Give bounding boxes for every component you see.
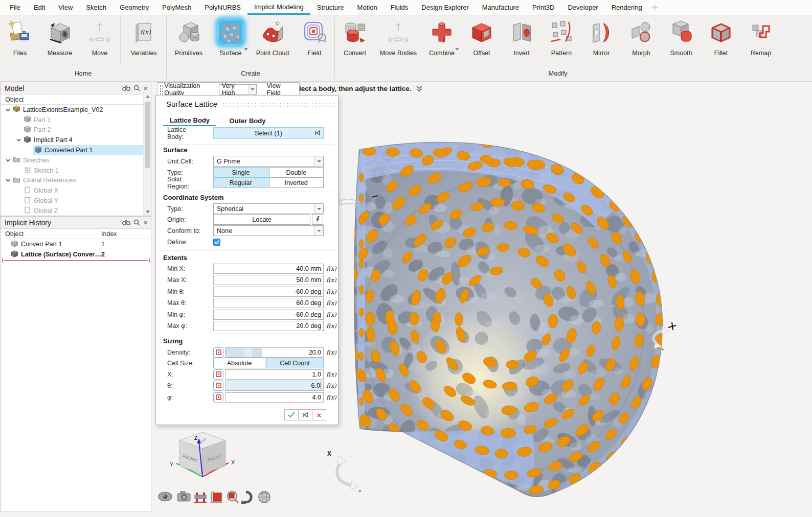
fx-button[interactable]: f(x) bbox=[326, 265, 336, 272]
fx-button[interactable]: f(x) bbox=[326, 349, 336, 356]
history-row-2[interactable]: Lattice (Surface) Conver…2 bbox=[1, 249, 151, 260]
value-input[interactable]: 4.0 bbox=[225, 392, 324, 403]
menu-polynurbs[interactable]: PolyNURBS bbox=[198, 0, 247, 15]
type-double-button[interactable]: Double bbox=[269, 167, 324, 178]
value-input[interactable]: 50.0 mm bbox=[213, 275, 324, 285]
fx-button[interactable]: f(x) bbox=[326, 322, 336, 330]
tree-item-part-1[interactable]: Part 1 bbox=[1, 115, 151, 125]
solid-region-inverted-button[interactable]: Inverted bbox=[269, 177, 324, 188]
ribbon-button-combine[interactable]: Combine bbox=[422, 15, 462, 67]
binoculars-icon[interactable] bbox=[122, 85, 130, 91]
ribbon-button-move[interactable]: Move bbox=[80, 15, 120, 67]
reverse-icon[interactable] bbox=[298, 409, 312, 420]
menu-rendering[interactable]: Rendering bbox=[605, 0, 649, 15]
quality-dropdown[interactable]: Very High bbox=[219, 84, 257, 95]
cancel-button[interactable]: × bbox=[312, 409, 326, 420]
expander-chevron-icon[interactable] bbox=[4, 108, 12, 111]
apply-ok-button[interactable] bbox=[284, 409, 299, 420]
lattice-model[interactable] bbox=[325, 137, 686, 498]
expander-chevron-icon[interactable] bbox=[14, 138, 22, 142]
unit-cell-dropdown[interactable]: G Prime bbox=[213, 156, 324, 167]
cell-size-cell-count-button[interactable]: Cell Count bbox=[266, 358, 324, 368]
expander-chevron-icon[interactable] bbox=[4, 159, 12, 162]
ribbon-button-files[interactable]: Files bbox=[0, 15, 40, 67]
menu-polymesh[interactable]: PolyMesh bbox=[155, 0, 198, 15]
scroll-down-icon[interactable] bbox=[144, 208, 151, 216]
value-input[interactable]: 6.0 bbox=[225, 381, 324, 391]
ribbon-group-label-modify[interactable]: Modify bbox=[335, 67, 781, 81]
ribbon-button-morph[interactable]: Morph bbox=[621, 15, 661, 67]
ribbon-button-fillet[interactable]: Fillet bbox=[701, 15, 741, 67]
ribbon-button-field[interactable]: Field bbox=[295, 15, 334, 67]
fx-button[interactable]: f(x) bbox=[326, 288, 336, 295]
tree-item-global-references[interactable]: Global References bbox=[1, 176, 151, 186]
ribbon-button-convert[interactable]: Convert bbox=[335, 15, 375, 67]
menu-fluids[interactable]: Fluids bbox=[384, 0, 415, 15]
fx-button[interactable]: f(x) bbox=[326, 382, 336, 389]
fx-button[interactable]: f(x) bbox=[326, 299, 336, 307]
ribbon-group-label-create[interactable]: Create bbox=[167, 67, 334, 81]
ribbon-button-mirror[interactable]: Mirror bbox=[581, 15, 621, 67]
density-input[interactable]: 20.0 bbox=[225, 347, 324, 358]
menu-sketch[interactable]: Sketch bbox=[79, 0, 113, 15]
field-button[interactable] bbox=[213, 369, 223, 380]
menu-print3d[interactable]: Print3D bbox=[526, 0, 561, 15]
value-input[interactable]: 1.0 bbox=[225, 369, 324, 380]
rotate-handle-bottom[interactable]: X bbox=[327, 450, 361, 492]
value-input[interactable]: 40.0 mm bbox=[213, 264, 324, 274]
solid-region-regular-button[interactable]: Regular bbox=[213, 177, 268, 188]
fx-button[interactable]: f(x) bbox=[326, 311, 336, 318]
conform-to-dropdown[interactable]: None bbox=[213, 225, 324, 236]
tab-lattice-body[interactable]: Lattice Body bbox=[163, 115, 216, 126]
menu-edit[interactable]: Edit bbox=[27, 0, 52, 15]
double-chevron-down-icon[interactable] bbox=[416, 85, 423, 92]
search-icon[interactable] bbox=[133, 219, 140, 226]
expander-chevron-icon[interactable] bbox=[4, 179, 12, 182]
ribbon-button-measure[interactable]: Measure bbox=[40, 15, 80, 67]
model-tree-scrollbar[interactable] bbox=[143, 92, 151, 216]
show-hide-icon[interactable] bbox=[159, 492, 172, 501]
view-field-button[interactable]: View Field bbox=[261, 82, 299, 97]
menu-view[interactable]: View bbox=[52, 0, 79, 15]
add-tab-icon[interactable]: ✛ bbox=[649, 0, 661, 15]
history-timeline[interactable] bbox=[1, 258, 151, 263]
menu-structure[interactable]: Structure bbox=[310, 0, 351, 15]
value-input[interactable]: 60.0 deg bbox=[213, 298, 324, 308]
ribbon-button-pattern[interactable]: Pattern bbox=[542, 15, 581, 67]
history-row-1[interactable]: Convert Part 11 bbox=[1, 239, 151, 249]
sketch-mode-icon[interactable] bbox=[211, 490, 222, 502]
tree-item-global-z[interactable]: Global Z bbox=[1, 206, 151, 216]
tree-item-sketch-1[interactable]: Sketch 1 bbox=[1, 166, 151, 176]
tab-outer-body[interactable]: Outer Body bbox=[224, 115, 270, 126]
tree-item-global-x[interactable]: Global X bbox=[1, 185, 151, 196]
lightning-icon[interactable] bbox=[312, 214, 323, 225]
tree-item-implicit-part-4[interactable]: Implicit Part 4 bbox=[1, 135, 151, 145]
snapshot-icon[interactable] bbox=[177, 491, 190, 501]
ribbon-button-variables[interactable]: f(x)Variables bbox=[121, 15, 166, 67]
value-input[interactable]: -60.0 deg bbox=[213, 287, 324, 297]
menu-design-explorer[interactable]: Design Explorer bbox=[415, 0, 476, 15]
define-checkbox[interactable] bbox=[213, 239, 220, 246]
density-field-button[interactable] bbox=[213, 347, 223, 358]
close-icon[interactable]: × bbox=[143, 84, 148, 92]
scrollbar-thumb[interactable] bbox=[145, 102, 150, 168]
tree-item-part-2[interactable]: Part 2 bbox=[1, 125, 151, 135]
lattice-body-select-button[interactable]: Select (1) bbox=[213, 127, 324, 139]
field-button[interactable] bbox=[213, 381, 223, 391]
flyout-arrow-icon[interactable] bbox=[244, 48, 248, 51]
menu-motion[interactable]: Motion bbox=[351, 0, 384, 15]
ribbon-button-remap[interactable]: Remap bbox=[741, 15, 781, 67]
menu-developer[interactable]: Developer bbox=[561, 0, 604, 15]
tree-item-sketches[interactable]: Sketches bbox=[1, 155, 151, 166]
fx-button[interactable]: f(x) bbox=[326, 371, 336, 378]
search-icon[interactable] bbox=[133, 85, 140, 91]
value-input[interactable]: 20.0 deg bbox=[213, 321, 324, 331]
ribbon-button-move-bodies[interactable]: Move Bodies bbox=[375, 15, 422, 67]
tree-item-converted-part-1[interactable]: Converted Part 1 bbox=[1, 145, 151, 155]
value-input[interactable]: -60.0 deg bbox=[213, 310, 324, 320]
rotate-view-icon[interactable] bbox=[241, 492, 251, 504]
fx-button[interactable]: f(x) bbox=[326, 276, 336, 284]
ribbon-button-invert[interactable]: Invert bbox=[502, 15, 542, 67]
ribbon-button-surface[interactable]: Surface bbox=[211, 15, 251, 67]
locate-button[interactable]: Locate bbox=[213, 214, 310, 225]
